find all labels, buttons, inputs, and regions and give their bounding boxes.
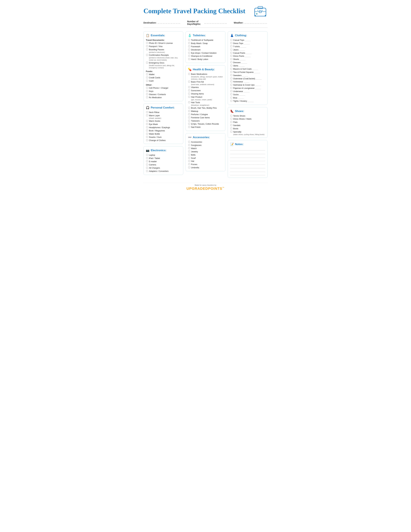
checkbox[interactable]	[188, 123, 190, 125]
checkbox[interactable]	[188, 42, 190, 44]
list-item[interactable]: Change of Clothes	[146, 139, 181, 142]
list-item[interactable]: Tights / Hosiery ______	[230, 100, 265, 103]
checkbox[interactable]	[231, 71, 232, 73]
list-item[interactable]: iPad / Tablet	[146, 157, 181, 160]
checkbox[interactable]	[231, 46, 232, 47]
checkbox[interactable]	[146, 62, 148, 64]
checkbox[interactable]	[188, 107, 190, 109]
checkbox[interactable]	[188, 96, 190, 98]
checkbox[interactable]	[188, 89, 190, 91]
list-item[interactable]: Umbrella	[188, 166, 223, 169]
list-item[interactable]: Hand / Body Lotion	[188, 58, 223, 61]
checkbox[interactable]	[231, 74, 232, 76]
list-item[interactable]: Q-tips, Tissues, Cotton Rounds	[188, 123, 223, 125]
checkbox[interactable]	[146, 164, 148, 165]
checkbox[interactable]	[231, 124, 232, 126]
checkbox[interactable]	[146, 133, 148, 135]
list-item[interactable]: Snacks / Gum	[146, 136, 181, 139]
checkbox[interactable]	[188, 144, 190, 146]
list-item[interactable]: Outerwear (Coat/Jacket) ______	[230, 77, 265, 80]
list-item[interactable]: Nail Polish	[188, 126, 223, 129]
list-item[interactable]: Confirmation Receipts(printed or electro…	[146, 54, 181, 61]
checkbox[interactable]	[146, 167, 148, 169]
list-item[interactable]: Book / Magazines	[146, 129, 181, 132]
list-item[interactable]: Blazers & Suit Coats ______	[230, 68, 265, 70]
list-item[interactable]: Specialty(water shoes, cycling shoes, hi…	[230, 131, 265, 136]
checkbox[interactable]	[146, 139, 148, 141]
list-item[interactable]: Rx Medication	[146, 96, 181, 99]
list-item[interactable]: Dress Shoes / Heels	[230, 118, 265, 120]
list-item[interactable]: All Chargers	[146, 167, 181, 170]
checkbox[interactable]	[188, 110, 190, 112]
checkbox[interactable]	[231, 94, 232, 95]
list-item[interactable]: Casual Tops ______	[230, 39, 265, 42]
list-item[interactable]: Brush, Hair Ties, Bobby Pins	[188, 107, 223, 109]
list-item[interactable]: Boarding Passes(printed or electronic)	[146, 48, 181, 53]
list-item[interactable]: Water Bottle	[146, 133, 181, 135]
list-item[interactable]: E-reader	[146, 160, 181, 163]
list-item[interactable]: Underwear ______	[230, 90, 265, 93]
list-item[interactable]: Sunglasses	[188, 144, 223, 147]
checkbox[interactable]	[188, 163, 190, 165]
checkbox[interactable]	[146, 161, 148, 162]
checkbox[interactable]	[188, 86, 190, 88]
list-item[interactable]: Passport / Visa	[146, 45, 181, 48]
list-item[interactable]: Credit Cards	[146, 76, 181, 79]
checkbox[interactable]	[188, 113, 190, 115]
checkbox[interactable]	[188, 167, 190, 168]
list-item[interactable]: Shorts ______	[230, 58, 265, 61]
checkbox[interactable]	[188, 154, 190, 156]
list-item[interactable]: Body Wash / Soap	[188, 42, 223, 45]
list-item[interactable]: Watch	[188, 147, 223, 150]
checkbox[interactable]	[188, 160, 190, 162]
checkbox[interactable]	[231, 68, 232, 70]
checkbox[interactable]	[188, 49, 190, 50]
checkbox[interactable]	[231, 77, 232, 79]
list-item[interactable]: Wallet	[146, 73, 181, 76]
checkbox[interactable]	[231, 42, 232, 44]
checkbox[interactable]	[188, 55, 190, 57]
list-item[interactable]: Tennis Shoes	[230, 115, 265, 117]
checkbox[interactable]	[231, 121, 232, 123]
checkbox[interactable]	[146, 157, 148, 159]
checkbox[interactable]	[146, 136, 148, 138]
checkbox[interactable]	[231, 118, 232, 120]
list-item[interactable]: Cash	[146, 80, 181, 82]
list-item[interactable]: Ties & Pocket Squares ______	[230, 71, 265, 74]
checkbox[interactable]	[146, 54, 148, 56]
list-item[interactable]: Socks ______	[230, 93, 265, 96]
list-item[interactable]: Hat	[188, 160, 223, 163]
checkbox[interactable]	[188, 39, 190, 41]
checkbox[interactable]	[188, 81, 190, 83]
checkbox[interactable]	[146, 111, 148, 113]
checkbox[interactable]	[231, 100, 232, 102]
list-item[interactable]: Laptop	[146, 154, 181, 157]
list-item[interactable]: Perfume / Cologne	[188, 113, 223, 116]
checkbox[interactable]	[146, 93, 148, 95]
checkbox[interactable]	[146, 90, 148, 92]
list-item[interactable]: Jewelry	[188, 150, 223, 153]
checkbox[interactable]	[146, 42, 148, 44]
list-item[interactable]: Pajamas & Loungewear ______	[230, 87, 265, 90]
list-item[interactable]: Glasses / Contacts	[146, 93, 181, 96]
checkbox[interactable]	[188, 116, 190, 118]
checkbox[interactable]	[188, 147, 190, 149]
checkbox[interactable]	[146, 154, 148, 156]
checkbox[interactable]	[146, 96, 148, 98]
list-item[interactable]: Dresses ______	[230, 61, 265, 64]
checkbox[interactable]	[231, 39, 232, 41]
checkbox[interactable]	[188, 141, 190, 143]
list-item[interactable]: Emergency Docs(health insurance card, al…	[146, 62, 181, 69]
list-item[interactable]: Shampoo & Conditioner	[188, 55, 223, 57]
list-item[interactable]: Shaving Items	[188, 93, 223, 95]
checkbox[interactable]	[146, 48, 148, 50]
list-item[interactable]: Photo ID / Driver's License	[146, 42, 181, 45]
checkbox[interactable]	[146, 73, 148, 75]
checkbox[interactable]	[146, 130, 148, 131]
checkbox[interactable]	[188, 58, 190, 60]
list-item[interactable]: Scarf	[188, 157, 223, 160]
list-item[interactable]: Vitamins	[188, 86, 223, 89]
checkbox[interactable]	[146, 80, 148, 82]
list-item[interactable]: Warm Socks	[146, 120, 181, 123]
list-item[interactable]: Basic Medications(headache, allergy, sto…	[188, 73, 223, 80]
